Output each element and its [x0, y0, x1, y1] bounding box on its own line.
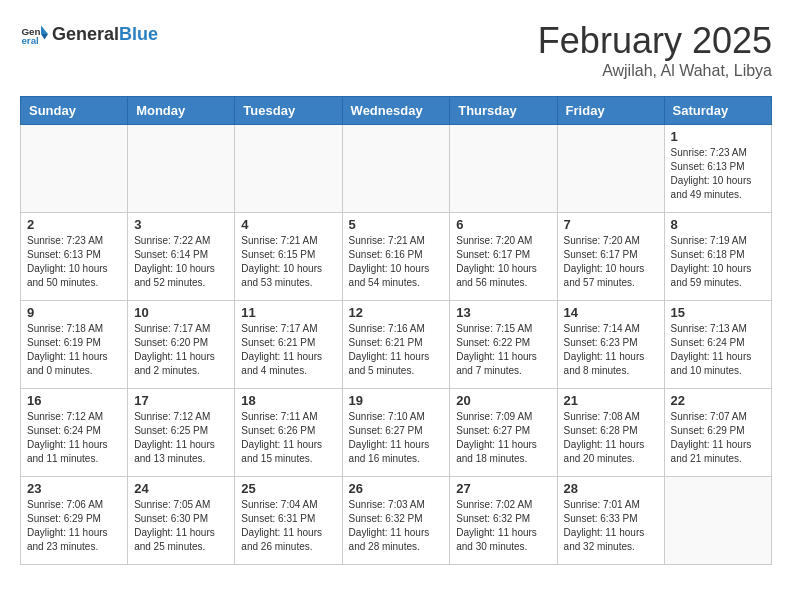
calendar-cell — [128, 125, 235, 213]
weekday-header-friday: Friday — [557, 97, 664, 125]
calendar-table: SundayMondayTuesdayWednesdayThursdayFrid… — [20, 96, 772, 565]
day-number: 2 — [27, 217, 121, 232]
calendar-cell: 22Sunrise: 7:07 AM Sunset: 6:29 PM Dayli… — [664, 389, 771, 477]
calendar-cell: 2Sunrise: 7:23 AM Sunset: 6:13 PM Daylig… — [21, 213, 128, 301]
svg-marker-3 — [41, 34, 48, 40]
day-number: 14 — [564, 305, 658, 320]
day-number: 10 — [134, 305, 228, 320]
day-info: Sunrise: 7:12 AM Sunset: 6:24 PM Dayligh… — [27, 410, 121, 466]
day-number: 11 — [241, 305, 335, 320]
calendar-cell: 3Sunrise: 7:22 AM Sunset: 6:14 PM Daylig… — [128, 213, 235, 301]
calendar-cell: 19Sunrise: 7:10 AM Sunset: 6:27 PM Dayli… — [342, 389, 450, 477]
day-info: Sunrise: 7:16 AM Sunset: 6:21 PM Dayligh… — [349, 322, 444, 378]
day-number: 1 — [671, 129, 765, 144]
day-number: 28 — [564, 481, 658, 496]
calendar-cell: 21Sunrise: 7:08 AM Sunset: 6:28 PM Dayli… — [557, 389, 664, 477]
calendar-cell — [235, 125, 342, 213]
day-info: Sunrise: 7:10 AM Sunset: 6:27 PM Dayligh… — [349, 410, 444, 466]
day-number: 19 — [349, 393, 444, 408]
weekday-header-sunday: Sunday — [21, 97, 128, 125]
day-info: Sunrise: 7:06 AM Sunset: 6:29 PM Dayligh… — [27, 498, 121, 554]
day-info: Sunrise: 7:23 AM Sunset: 6:13 PM Dayligh… — [671, 146, 765, 202]
page-header: Gen eral GeneralBlue February 2025 Awjil… — [20, 20, 772, 80]
day-info: Sunrise: 7:01 AM Sunset: 6:33 PM Dayligh… — [564, 498, 658, 554]
day-info: Sunrise: 7:21 AM Sunset: 6:15 PM Dayligh… — [241, 234, 335, 290]
day-number: 16 — [27, 393, 121, 408]
day-info: Sunrise: 7:22 AM Sunset: 6:14 PM Dayligh… — [134, 234, 228, 290]
day-number: 5 — [349, 217, 444, 232]
calendar-cell: 10Sunrise: 7:17 AM Sunset: 6:20 PM Dayli… — [128, 301, 235, 389]
day-info: Sunrise: 7:14 AM Sunset: 6:23 PM Dayligh… — [564, 322, 658, 378]
logo-text: GeneralBlue — [52, 24, 158, 45]
day-info: Sunrise: 7:05 AM Sunset: 6:30 PM Dayligh… — [134, 498, 228, 554]
calendar-cell — [342, 125, 450, 213]
calendar-cell: 18Sunrise: 7:11 AM Sunset: 6:26 PM Dayli… — [235, 389, 342, 477]
day-number: 27 — [456, 481, 550, 496]
calendar-cell: 26Sunrise: 7:03 AM Sunset: 6:32 PM Dayli… — [342, 477, 450, 565]
logo-general: General — [52, 24, 119, 44]
calendar-cell: 25Sunrise: 7:04 AM Sunset: 6:31 PM Dayli… — [235, 477, 342, 565]
day-number: 9 — [27, 305, 121, 320]
day-info: Sunrise: 7:08 AM Sunset: 6:28 PM Dayligh… — [564, 410, 658, 466]
day-number: 23 — [27, 481, 121, 496]
calendar-cell: 15Sunrise: 7:13 AM Sunset: 6:24 PM Dayli… — [664, 301, 771, 389]
location-title: Awjilah, Al Wahat, Libya — [538, 62, 772, 80]
day-info: Sunrise: 7:20 AM Sunset: 6:17 PM Dayligh… — [564, 234, 658, 290]
calendar-week-2: 2Sunrise: 7:23 AM Sunset: 6:13 PM Daylig… — [21, 213, 772, 301]
day-number: 15 — [671, 305, 765, 320]
day-number: 21 — [564, 393, 658, 408]
calendar-cell: 24Sunrise: 7:05 AM Sunset: 6:30 PM Dayli… — [128, 477, 235, 565]
day-number: 17 — [134, 393, 228, 408]
month-title: February 2025 — [538, 20, 772, 62]
day-number: 26 — [349, 481, 444, 496]
day-info: Sunrise: 7:09 AM Sunset: 6:27 PM Dayligh… — [456, 410, 550, 466]
calendar-cell: 28Sunrise: 7:01 AM Sunset: 6:33 PM Dayli… — [557, 477, 664, 565]
day-number: 22 — [671, 393, 765, 408]
day-info: Sunrise: 7:23 AM Sunset: 6:13 PM Dayligh… — [27, 234, 121, 290]
calendar-cell: 5Sunrise: 7:21 AM Sunset: 6:16 PM Daylig… — [342, 213, 450, 301]
calendar-cell: 16Sunrise: 7:12 AM Sunset: 6:24 PM Dayli… — [21, 389, 128, 477]
day-number: 13 — [456, 305, 550, 320]
calendar-header-row: SundayMondayTuesdayWednesdayThursdayFrid… — [21, 97, 772, 125]
calendar-cell — [21, 125, 128, 213]
calendar-cell: 14Sunrise: 7:14 AM Sunset: 6:23 PM Dayli… — [557, 301, 664, 389]
calendar-cell — [664, 477, 771, 565]
weekday-header-saturday: Saturday — [664, 97, 771, 125]
logo: Gen eral GeneralBlue — [20, 20, 158, 48]
day-number: 18 — [241, 393, 335, 408]
day-number: 8 — [671, 217, 765, 232]
day-number: 3 — [134, 217, 228, 232]
calendar-cell: 8Sunrise: 7:19 AM Sunset: 6:18 PM Daylig… — [664, 213, 771, 301]
calendar-cell: 9Sunrise: 7:18 AM Sunset: 6:19 PM Daylig… — [21, 301, 128, 389]
weekday-header-wednesday: Wednesday — [342, 97, 450, 125]
day-number: 6 — [456, 217, 550, 232]
calendar-cell: 11Sunrise: 7:17 AM Sunset: 6:21 PM Dayli… — [235, 301, 342, 389]
calendar-cell — [450, 125, 557, 213]
day-number: 20 — [456, 393, 550, 408]
svg-text:eral: eral — [21, 35, 39, 46]
calendar-cell: 12Sunrise: 7:16 AM Sunset: 6:21 PM Dayli… — [342, 301, 450, 389]
calendar-cell: 6Sunrise: 7:20 AM Sunset: 6:17 PM Daylig… — [450, 213, 557, 301]
day-info: Sunrise: 7:21 AM Sunset: 6:16 PM Dayligh… — [349, 234, 444, 290]
day-number: 7 — [564, 217, 658, 232]
day-info: Sunrise: 7:15 AM Sunset: 6:22 PM Dayligh… — [456, 322, 550, 378]
day-info: Sunrise: 7:19 AM Sunset: 6:18 PM Dayligh… — [671, 234, 765, 290]
weekday-header-monday: Monday — [128, 97, 235, 125]
day-number: 24 — [134, 481, 228, 496]
day-info: Sunrise: 7:07 AM Sunset: 6:29 PM Dayligh… — [671, 410, 765, 466]
calendar-cell: 1Sunrise: 7:23 AM Sunset: 6:13 PM Daylig… — [664, 125, 771, 213]
day-number: 25 — [241, 481, 335, 496]
day-info: Sunrise: 7:17 AM Sunset: 6:20 PM Dayligh… — [134, 322, 228, 378]
calendar-week-1: 1Sunrise: 7:23 AM Sunset: 6:13 PM Daylig… — [21, 125, 772, 213]
day-number: 12 — [349, 305, 444, 320]
calendar-cell: 23Sunrise: 7:06 AM Sunset: 6:29 PM Dayli… — [21, 477, 128, 565]
calendar-week-4: 16Sunrise: 7:12 AM Sunset: 6:24 PM Dayli… — [21, 389, 772, 477]
day-info: Sunrise: 7:11 AM Sunset: 6:26 PM Dayligh… — [241, 410, 335, 466]
day-info: Sunrise: 7:13 AM Sunset: 6:24 PM Dayligh… — [671, 322, 765, 378]
calendar-cell — [557, 125, 664, 213]
day-info: Sunrise: 7:02 AM Sunset: 6:32 PM Dayligh… — [456, 498, 550, 554]
day-number: 4 — [241, 217, 335, 232]
day-info: Sunrise: 7:20 AM Sunset: 6:17 PM Dayligh… — [456, 234, 550, 290]
calendar-week-5: 23Sunrise: 7:06 AM Sunset: 6:29 PM Dayli… — [21, 477, 772, 565]
calendar-cell: 13Sunrise: 7:15 AM Sunset: 6:22 PM Dayli… — [450, 301, 557, 389]
